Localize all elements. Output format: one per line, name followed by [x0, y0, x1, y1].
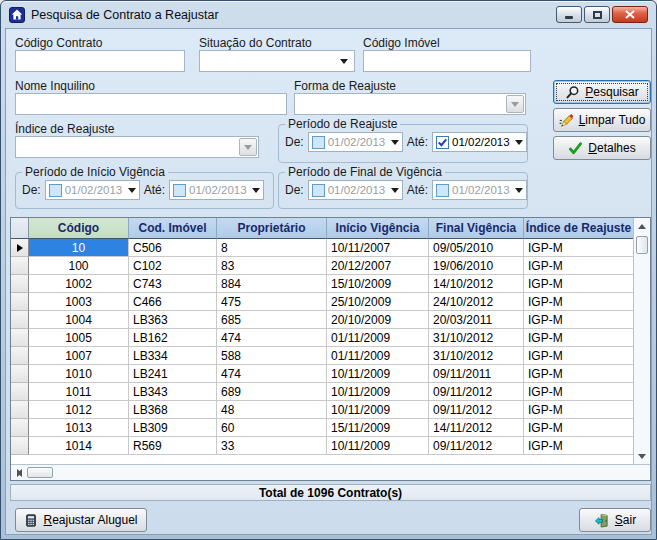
- grid-cell[interactable]: 15/10/2009: [327, 275, 429, 293]
- table-row[interactable]: 1011LB34368910/11/200909/11/2012IGP-M: [11, 383, 633, 401]
- table-row[interactable]: 10C506810/11/200709/05/2010IGP-M: [11, 239, 633, 257]
- row-selector[interactable]: [11, 293, 29, 311]
- grid-cell[interactable]: LB241: [129, 365, 217, 383]
- chevron-down-icon[interactable]: [252, 188, 260, 193]
- grid-cell[interactable]: 14/10/2012: [429, 275, 524, 293]
- table-row[interactable]: 1003C46647525/10/200924/10/2012IGP-M: [11, 293, 633, 311]
- date-picker-reajuste-ate[interactable]: 01/02/2013: [432, 132, 527, 152]
- horizontal-scrollbar[interactable]: [11, 464, 650, 480]
- grid-cell[interactable]: IGP-M: [524, 239, 633, 257]
- grid-cell[interactable]: 474: [217, 365, 327, 383]
- grid-cell[interactable]: 15/11/2009: [327, 419, 429, 437]
- grid-cell[interactable]: LB309: [129, 419, 217, 437]
- grid-cell[interactable]: 685: [217, 311, 327, 329]
- grid-cell[interactable]: IGP-M: [524, 419, 633, 437]
- grid-cell[interactable]: 01/11/2009: [327, 347, 429, 365]
- limpar-tudo-button[interactable]: Limpar Tudo: [553, 108, 651, 132]
- grid-cell[interactable]: 10/11/2007: [327, 239, 429, 257]
- row-selector[interactable]: [11, 401, 29, 419]
- grid-cell[interactable]: 689: [217, 383, 327, 401]
- table-row[interactable]: 1010LB24147410/11/200909/11/2011IGP-M: [11, 365, 633, 383]
- grid-cell[interactable]: 09/11/2012: [429, 383, 524, 401]
- row-selector[interactable]: [11, 311, 29, 329]
- row-selector[interactable]: [11, 365, 29, 383]
- column-header-final-vigencia[interactable]: Final Vigência: [429, 218, 524, 239]
- reajustar-aluguel-button[interactable]: Reajustar Aluguel: [15, 508, 147, 532]
- grid-cell[interactable]: IGP-M: [524, 383, 633, 401]
- close-button[interactable]: [612, 6, 648, 23]
- grid-cell[interactable]: 25/10/2009: [327, 293, 429, 311]
- grid-cell[interactable]: 884: [217, 275, 327, 293]
- grid-cell[interactable]: 1002: [29, 275, 129, 293]
- grid-cell[interactable]: 1012: [29, 401, 129, 419]
- grid-cell[interactable]: 1004: [29, 311, 129, 329]
- grid-cell[interactable]: IGP-M: [524, 347, 633, 365]
- grid-cell[interactable]: IGP-M: [524, 275, 633, 293]
- table-row[interactable]: 1005LB16247401/11/200931/10/2012IGP-M: [11, 329, 633, 347]
- grid-cell[interactable]: 1003: [29, 293, 129, 311]
- table-row[interactable]: 1007LB33458801/11/200931/10/2012IGP-M: [11, 347, 633, 365]
- table-row[interactable]: 1014R5693310/11/200909/11/2012IGP-M: [11, 437, 633, 455]
- row-selector[interactable]: [11, 347, 29, 365]
- checkbox-unchecked[interactable]: [312, 136, 325, 149]
- grid-cell[interactable]: 1010: [29, 365, 129, 383]
- grid-cell[interactable]: C466: [129, 293, 217, 311]
- column-header-inicio-vigencia[interactable]: Início Vigência: [327, 218, 429, 239]
- grid-cell[interactable]: 33: [217, 437, 327, 455]
- grid-cell[interactable]: IGP-M: [524, 257, 633, 275]
- row-selector[interactable]: [11, 437, 29, 455]
- checkbox-unchecked[interactable]: [312, 184, 325, 197]
- grid-cell[interactable]: IGP-M: [524, 311, 633, 329]
- chevron-down-icon[interactable]: [515, 188, 523, 193]
- date-picker-final-de[interactable]: 01/02/2013: [308, 180, 403, 200]
- grid-cell[interactable]: 09/11/2012: [429, 437, 524, 455]
- grid-cell[interactable]: R569: [129, 437, 217, 455]
- checkbox-unchecked[interactable]: [173, 184, 186, 197]
- grid-cell[interactable]: LB162: [129, 329, 217, 347]
- table-row[interactable]: 100C1028320/12/200719/06/2010IGP-M: [11, 257, 633, 275]
- grid-cell[interactable]: 10/11/2009: [327, 365, 429, 383]
- nome-inquilino-input[interactable]: [15, 93, 287, 115]
- grid-cell[interactable]: 24/10/2012: [429, 293, 524, 311]
- codigo-imovel-input[interactable]: [363, 50, 531, 72]
- grid-cell[interactable]: 19/06/2010: [429, 257, 524, 275]
- grid-cell[interactable]: 48: [217, 401, 327, 419]
- grid-cell[interactable]: 1014: [29, 437, 129, 455]
- scroll-right-button[interactable]: [11, 465, 27, 480]
- grid-cell[interactable]: 10/11/2009: [327, 401, 429, 419]
- grid-cell[interactable]: IGP-M: [524, 437, 633, 455]
- column-header-proprietario[interactable]: Proprietário: [217, 218, 327, 239]
- grid-cell[interactable]: 31/10/2012: [429, 347, 524, 365]
- chevron-down-icon[interactable]: [128, 188, 136, 193]
- column-header-codigo[interactable]: Código: [29, 218, 129, 239]
- situacao-contrato-combo[interactable]: [199, 50, 355, 72]
- table-row[interactable]: 1012LB3684810/11/200909/11/2012IGP-M: [11, 401, 633, 419]
- grid-cell[interactable]: 1011: [29, 383, 129, 401]
- grid-cell[interactable]: LB363: [129, 311, 217, 329]
- grid-cell[interactable]: C743: [129, 275, 217, 293]
- vertical-scroll-thumb[interactable]: [636, 236, 648, 254]
- grid-cell[interactable]: 20/10/2009: [327, 311, 429, 329]
- table-row[interactable]: 1013LB3096015/11/200914/11/2012IGP-M: [11, 419, 633, 437]
- column-header-indice-reajuste[interactable]: Índice de Reajuste: [524, 218, 633, 239]
- row-selector[interactable]: [11, 275, 29, 293]
- detalhes-button[interactable]: Detalhes: [553, 136, 651, 160]
- date-picker-inicio-de[interactable]: 01/02/2013: [45, 180, 140, 200]
- minimize-button[interactable]: [556, 6, 582, 23]
- codigo-contrato-input[interactable]: [15, 50, 185, 72]
- grid-cell[interactable]: IGP-M: [524, 365, 633, 383]
- scroll-up-button[interactable]: [634, 218, 650, 234]
- grid-cell[interactable]: 100: [29, 257, 129, 275]
- pesquisar-button[interactable]: Pesquisar: [553, 80, 651, 104]
- row-selector[interactable]: [11, 257, 29, 275]
- column-header-cod-imovel[interactable]: Cod. Imóvel: [129, 218, 217, 239]
- grid-cell[interactable]: 475: [217, 293, 327, 311]
- row-selector[interactable]: [11, 329, 29, 347]
- chevron-down-icon[interactable]: [340, 59, 348, 64]
- grid-cell[interactable]: LB368: [129, 401, 217, 419]
- grid-cell[interactable]: 09/11/2011: [429, 365, 524, 383]
- scroll-down-button[interactable]: [634, 448, 650, 464]
- row-selector[interactable]: [11, 419, 29, 437]
- grid-cell[interactable]: 01/11/2009: [327, 329, 429, 347]
- checkbox-unchecked[interactable]: [436, 184, 449, 197]
